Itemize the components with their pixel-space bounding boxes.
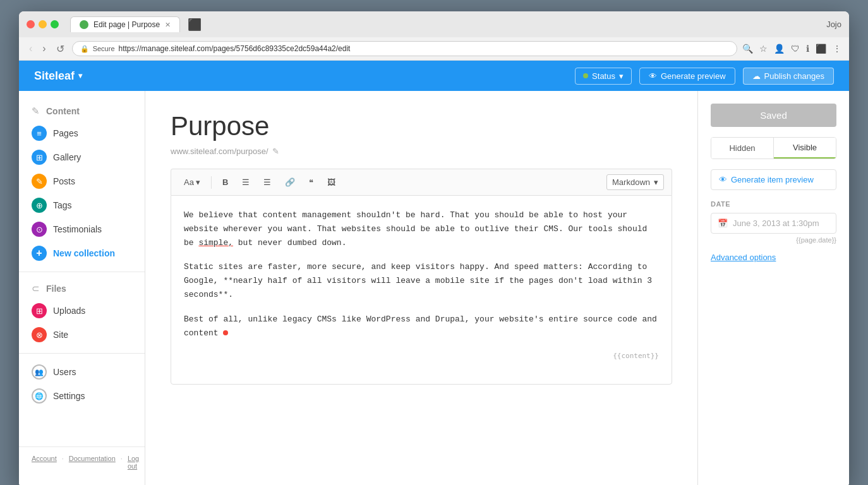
logout-link[interactable]: Log out (128, 455, 139, 470)
ordered-list-btn[interactable]: ☰ (258, 175, 276, 189)
account-link[interactable]: Account (32, 455, 57, 470)
sidebar-item-tags[interactable]: ⊕ Tags (19, 193, 145, 217)
close-traffic-light[interactable] (27, 20, 35, 28)
footer-links: Account · Documentation · Log out (32, 455, 132, 470)
bold-btn[interactable]: B (217, 175, 233, 189)
format-label: Markdown (612, 177, 650, 187)
settings-label: Settings (53, 391, 85, 401)
date-section: DATE 📅 June 3, 2013 at 1:30pm {{page.dat… (711, 200, 836, 244)
site-label: Site (53, 330, 68, 340)
publish-icon: ☁ (752, 71, 761, 81)
reload-btn[interactable]: ↺ (54, 42, 67, 56)
status-chevron-icon: ▾ (619, 71, 624, 81)
advanced-options-link[interactable]: Advanced options (711, 253, 776, 262)
pages-label: Pages (53, 128, 78, 138)
sidebar-item-uploads[interactable]: ⊞ Uploads (19, 299, 145, 323)
editor-area[interactable]: We believe that content management shoul… (171, 195, 672, 385)
posts-icon: ✎ (32, 174, 47, 189)
edit-url-icon[interactable]: ✎ (272, 147, 279, 156)
image-btn[interactable]: 🖼 (322, 175, 341, 189)
documentation-link[interactable]: Documentation (69, 455, 116, 470)
secure-label: Secure (93, 45, 115, 52)
users-label: Users (53, 367, 76, 377)
info-icon[interactable]: ℹ (806, 44, 809, 54)
generate-preview-button[interactable]: 👁 Generate preview (639, 68, 735, 85)
uploads-icon: ⊞ (32, 303, 47, 318)
format-dropdown[interactable]: Markdown ▾ (606, 174, 664, 190)
posts-label: Posts (53, 176, 75, 186)
files-label: Files (46, 284, 66, 294)
font-size-btn[interactable]: Aa ▾ (179, 175, 205, 189)
new-tab-btn[interactable]: ⬛ (188, 18, 202, 32)
red-dot-icon (223, 330, 228, 335)
hidden-tab[interactable]: Hidden (711, 138, 774, 159)
ordered-list-icon: ☰ (263, 177, 271, 187)
sidebar-item-gallery[interactable]: ⊞ Gallery (19, 145, 145, 169)
users-icon: 👥 (32, 364, 47, 380)
layers-icon[interactable]: ⬛ (816, 44, 826, 54)
sidebar-item-testimonials[interactable]: ⊙ Testimonials (19, 217, 145, 241)
page-url-text: www.siteleaf.com/purpose/ (171, 147, 268, 156)
unordered-list-btn[interactable]: ☰ (237, 175, 255, 189)
active-tab[interactable]: Edit page | Purpose ✕ (70, 16, 180, 32)
menu-icon[interactable]: ⋮ (833, 44, 841, 54)
gallery-label: Gallery (53, 152, 81, 162)
page-title: Purpose (171, 111, 672, 141)
shield-icon[interactable]: 🛡 (791, 44, 800, 54)
status-button[interactable]: Status ▾ (575, 68, 632, 85)
template-var-content: {{content}} (184, 350, 659, 362)
right-panel: Saved Hidden Visible 👁 Generate item pre… (697, 91, 849, 485)
sidebar-item-site[interactable]: ⊗ Site (19, 323, 145, 347)
back-btn[interactable]: ‹ (27, 42, 35, 56)
sidebar-divider-2 (19, 353, 145, 354)
sidebar-footer: Account · Documentation · Log out (19, 446, 145, 477)
testimonials-icon: ⊙ (32, 222, 47, 237)
sidebar-item-settings[interactable]: 🌐 Settings (19, 384, 145, 408)
quote-btn[interactable]: ❝ (304, 175, 318, 189)
date-input[interactable]: 📅 June 3, 2013 at 1:30pm (711, 213, 836, 234)
traffic-lights (27, 20, 59, 28)
status-label: Status (592, 71, 615, 81)
underlined-word: simple, (198, 238, 233, 248)
quote-icon: ❝ (309, 177, 313, 187)
forward-btn[interactable]: › (40, 42, 48, 56)
date-label: DATE (711, 200, 836, 208)
sidebar-item-users[interactable]: 👥 Users (19, 360, 145, 384)
address-bar: ‹ › ↺ 🔒 Secure https://manage.siteleaf.c… (19, 37, 849, 61)
site-icon: ⊗ (32, 327, 47, 342)
app-body: ✎ Content ≡ Pages ⊞ Gallery ✎ Posts ⊕ Ta… (19, 91, 849, 485)
tab-close-btn[interactable]: ✕ (165, 21, 171, 29)
minimize-traffic-light[interactable] (39, 20, 47, 28)
sidebar: ✎ Content ≡ Pages ⊞ Gallery ✎ Posts ⊕ Ta… (19, 91, 145, 485)
logo-chevron-icon: ▾ (78, 71, 82, 80)
format-select[interactable]: Markdown ▾ (606, 174, 664, 190)
paragraph-2: Static sites are faster, more secure, an… (184, 260, 659, 302)
link-btn[interactable]: 🔗 (280, 175, 300, 189)
uploads-label: Uploads (53, 306, 85, 316)
footer-sep-2: · (121, 455, 123, 470)
url-bar[interactable]: 🔒 Secure https://manage.siteleaf.com/pag… (72, 41, 737, 56)
saved-button: Saved (711, 104, 836, 127)
font-size-label: Aa (184, 177, 194, 187)
sidebar-item-posts[interactable]: ✎ Posts (19, 169, 145, 193)
generate-item-preview-link[interactable]: 👁 Generate item preview (711, 169, 836, 190)
date-placeholder: June 3, 2013 at 1:30pm (733, 219, 819, 228)
files-section-icon: ⊂ (32, 283, 40, 294)
app-header: Siteleaf ▾ Status ▾ 👁 Generate preview ☁… (19, 61, 849, 91)
maximize-traffic-light[interactable] (51, 20, 59, 28)
publish-button[interactable]: ☁ Publish changes (743, 68, 834, 85)
font-size-chevron-icon: ▾ (196, 177, 200, 187)
search-icon[interactable]: 🔍 (742, 44, 753, 54)
visible-tab[interactable]: Visible (774, 138, 836, 159)
logo-text: Siteleaf (34, 69, 75, 83)
profile-icon[interactable]: 👤 (774, 44, 785, 54)
browser-window: Edit page | Purpose ✕ ⬛ Jojo ‹ › ↺ 🔒 Sec… (19, 11, 849, 485)
sidebar-item-new-collection[interactable]: + New collection (19, 241, 145, 265)
sidebar-item-pages[interactable]: ≡ Pages (19, 121, 145, 145)
new-collection-icon: + (32, 246, 47, 261)
bookmark-icon[interactable]: ☆ (759, 44, 768, 54)
app-logo[interactable]: Siteleaf ▾ (34, 69, 82, 83)
paragraph-1: We believe that content management shoul… (184, 208, 659, 250)
main-content: Purpose www.siteleaf.com/purpose/ ✎ Aa ▾… (145, 91, 697, 485)
secure-icon: 🔒 (80, 45, 89, 53)
